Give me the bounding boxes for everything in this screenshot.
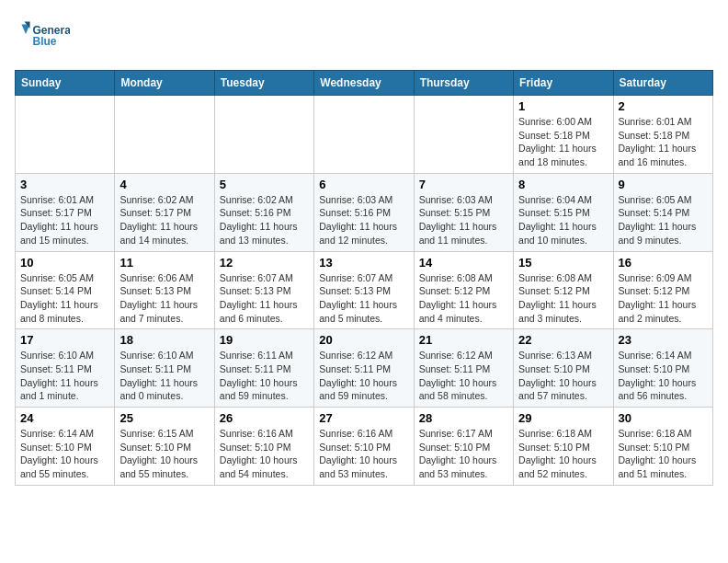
calendar-cell: 1Sunrise: 6:00 AM Sunset: 5:18 PM Daylig… xyxy=(514,96,613,174)
day-number: 8 xyxy=(518,178,608,191)
day-info: Sunrise: 6:17 AM Sunset: 5:10 PM Dayligh… xyxy=(419,427,508,481)
day-info: Sunrise: 6:07 AM Sunset: 5:13 PM Dayligh… xyxy=(319,271,408,326)
day-number: 11 xyxy=(119,256,209,270)
calendar-cell: 19Sunrise: 6:11 AM Sunset: 5:11 PM Dayli… xyxy=(214,329,313,408)
calendar-cell xyxy=(16,96,115,174)
day-info: Sunrise: 6:02 AM Sunset: 5:16 PM Dayligh… xyxy=(220,193,309,247)
day-info: Sunrise: 6:16 AM Sunset: 5:10 PM Dayligh… xyxy=(220,427,309,481)
day-info: Sunrise: 6:18 AM Sunset: 5:10 PM Dayligh… xyxy=(619,427,708,481)
page-header: General Blue xyxy=(15,15,713,59)
day-info: Sunrise: 6:02 AM Sunset: 5:17 PM Dayligh… xyxy=(119,193,209,247)
day-info: Sunrise: 6:04 AM Sunset: 5:15 PM Dayligh… xyxy=(518,193,608,247)
day-info: Sunrise: 6:03 AM Sunset: 5:15 PM Dayligh… xyxy=(419,193,508,247)
weekday-header-monday: Monday xyxy=(115,71,214,96)
weekday-header-friday: Friday xyxy=(514,71,613,96)
day-number: 23 xyxy=(619,333,708,347)
svg-text:Blue: Blue xyxy=(33,35,57,48)
day-number: 2 xyxy=(619,99,708,113)
day-number: 28 xyxy=(419,411,508,425)
calendar-cell xyxy=(115,96,214,174)
day-number: 3 xyxy=(20,178,109,191)
day-info: Sunrise: 6:05 AM Sunset: 5:14 PM Dayligh… xyxy=(20,271,109,326)
weekday-header-sunday: Sunday xyxy=(16,71,115,96)
calendar-cell: 11Sunrise: 6:06 AM Sunset: 5:13 PM Dayli… xyxy=(115,251,214,329)
calendar-header-row: SundayMondayTuesdayWednesdayThursdayFrid… xyxy=(16,71,713,96)
day-info: Sunrise: 6:08 AM Sunset: 5:12 PM Dayligh… xyxy=(419,271,508,326)
calendar-cell: 15Sunrise: 6:08 AM Sunset: 5:12 PM Dayli… xyxy=(514,251,613,329)
day-number: 10 xyxy=(20,256,109,270)
day-number: 25 xyxy=(119,411,209,425)
calendar-week-5: 24Sunrise: 6:14 AM Sunset: 5:10 PM Dayli… xyxy=(16,408,713,486)
day-number: 24 xyxy=(20,411,109,425)
calendar-week-2: 3Sunrise: 6:01 AM Sunset: 5:17 PM Daylig… xyxy=(16,173,713,251)
day-info: Sunrise: 6:06 AM Sunset: 5:13 PM Dayligh… xyxy=(119,271,209,326)
day-number: 21 xyxy=(419,333,508,347)
day-info: Sunrise: 6:16 AM Sunset: 5:10 PM Dayligh… xyxy=(319,427,408,481)
weekday-header-saturday: Saturday xyxy=(613,71,712,96)
day-number: 12 xyxy=(220,256,309,270)
calendar-cell xyxy=(314,96,414,174)
calendar-cell: 6Sunrise: 6:03 AM Sunset: 5:16 PM Daylig… xyxy=(314,173,414,251)
day-info: Sunrise: 6:13 AM Sunset: 5:10 PM Dayligh… xyxy=(518,349,608,403)
day-info: Sunrise: 6:09 AM Sunset: 5:12 PM Dayligh… xyxy=(619,271,708,326)
calendar-cell: 2Sunrise: 6:01 AM Sunset: 5:18 PM Daylig… xyxy=(613,96,712,174)
calendar-cell: 16Sunrise: 6:09 AM Sunset: 5:12 PM Dayli… xyxy=(613,251,712,329)
calendar-cell: 17Sunrise: 6:10 AM Sunset: 5:11 PM Dayli… xyxy=(16,329,115,408)
calendar-week-4: 17Sunrise: 6:10 AM Sunset: 5:11 PM Dayli… xyxy=(16,329,713,408)
calendar-cell: 23Sunrise: 6:14 AM Sunset: 5:10 PM Dayli… xyxy=(613,329,712,408)
calendar-cell: 7Sunrise: 6:03 AM Sunset: 5:15 PM Daylig… xyxy=(414,173,513,251)
day-info: Sunrise: 6:12 AM Sunset: 5:11 PM Dayligh… xyxy=(319,349,408,403)
logo-svg: General Blue xyxy=(15,15,70,59)
calendar-cell: 28Sunrise: 6:17 AM Sunset: 5:10 PM Dayli… xyxy=(414,408,513,486)
calendar-table: SundayMondayTuesdayWednesdayThursdayFrid… xyxy=(15,70,713,486)
calendar-cell: 4Sunrise: 6:02 AM Sunset: 5:17 PM Daylig… xyxy=(115,173,214,251)
calendar-cell: 5Sunrise: 6:02 AM Sunset: 5:16 PM Daylig… xyxy=(214,173,313,251)
calendar-cell: 26Sunrise: 6:16 AM Sunset: 5:10 PM Dayli… xyxy=(214,408,313,486)
day-number: 13 xyxy=(319,256,408,270)
day-info: Sunrise: 6:00 AM Sunset: 5:18 PM Dayligh… xyxy=(518,115,608,169)
day-info: Sunrise: 6:18 AM Sunset: 5:10 PM Dayligh… xyxy=(518,427,608,481)
day-number: 20 xyxy=(319,333,408,347)
day-number: 26 xyxy=(220,411,309,425)
calendar-cell: 22Sunrise: 6:13 AM Sunset: 5:10 PM Dayli… xyxy=(514,329,613,408)
day-info: Sunrise: 6:01 AM Sunset: 5:17 PM Dayligh… xyxy=(20,193,109,247)
day-number: 5 xyxy=(220,178,309,191)
day-number: 19 xyxy=(220,333,309,347)
day-number: 16 xyxy=(619,256,708,270)
calendar-week-1: 1Sunrise: 6:00 AM Sunset: 5:18 PM Daylig… xyxy=(16,96,713,174)
day-number: 17 xyxy=(20,333,109,347)
day-number: 6 xyxy=(319,178,408,191)
day-number: 27 xyxy=(319,411,408,425)
calendar-cell: 10Sunrise: 6:05 AM Sunset: 5:14 PM Dayli… xyxy=(16,251,115,329)
day-number: 29 xyxy=(518,411,608,425)
day-info: Sunrise: 6:03 AM Sunset: 5:16 PM Dayligh… xyxy=(319,193,408,247)
calendar-cell: 21Sunrise: 6:12 AM Sunset: 5:11 PM Dayli… xyxy=(414,329,513,408)
day-info: Sunrise: 6:10 AM Sunset: 5:11 PM Dayligh… xyxy=(119,349,209,403)
day-info: Sunrise: 6:14 AM Sunset: 5:10 PM Dayligh… xyxy=(619,349,708,403)
calendar-cell xyxy=(414,96,513,174)
logo: General Blue xyxy=(15,15,70,59)
day-info: Sunrise: 6:15 AM Sunset: 5:10 PM Dayligh… xyxy=(119,427,209,481)
day-info: Sunrise: 6:12 AM Sunset: 5:11 PM Dayligh… xyxy=(419,349,508,403)
day-number: 30 xyxy=(619,411,708,425)
calendar-cell: 20Sunrise: 6:12 AM Sunset: 5:11 PM Dayli… xyxy=(314,329,414,408)
day-info: Sunrise: 6:11 AM Sunset: 5:11 PM Dayligh… xyxy=(220,349,309,403)
day-number: 1 xyxy=(518,99,608,113)
weekday-header-wednesday: Wednesday xyxy=(314,71,414,96)
calendar-cell: 9Sunrise: 6:05 AM Sunset: 5:14 PM Daylig… xyxy=(613,173,712,251)
day-info: Sunrise: 6:05 AM Sunset: 5:14 PM Dayligh… xyxy=(619,193,708,247)
calendar-cell: 3Sunrise: 6:01 AM Sunset: 5:17 PM Daylig… xyxy=(16,173,115,251)
calendar-cell: 18Sunrise: 6:10 AM Sunset: 5:11 PM Dayli… xyxy=(115,329,214,408)
day-number: 4 xyxy=(119,178,209,191)
calendar-week-3: 10Sunrise: 6:05 AM Sunset: 5:14 PM Dayli… xyxy=(16,251,713,329)
calendar-cell: 27Sunrise: 6:16 AM Sunset: 5:10 PM Dayli… xyxy=(314,408,414,486)
calendar-cell xyxy=(214,96,313,174)
weekday-header-tuesday: Tuesday xyxy=(214,71,313,96)
day-info: Sunrise: 6:14 AM Sunset: 5:10 PM Dayligh… xyxy=(20,427,109,481)
day-number: 15 xyxy=(518,256,608,270)
weekday-header-thursday: Thursday xyxy=(414,71,513,96)
calendar-cell: 30Sunrise: 6:18 AM Sunset: 5:10 PM Dayli… xyxy=(613,408,712,486)
day-number: 22 xyxy=(518,333,608,347)
day-info: Sunrise: 6:08 AM Sunset: 5:12 PM Dayligh… xyxy=(518,271,608,326)
calendar-cell: 29Sunrise: 6:18 AM Sunset: 5:10 PM Dayli… xyxy=(514,408,613,486)
